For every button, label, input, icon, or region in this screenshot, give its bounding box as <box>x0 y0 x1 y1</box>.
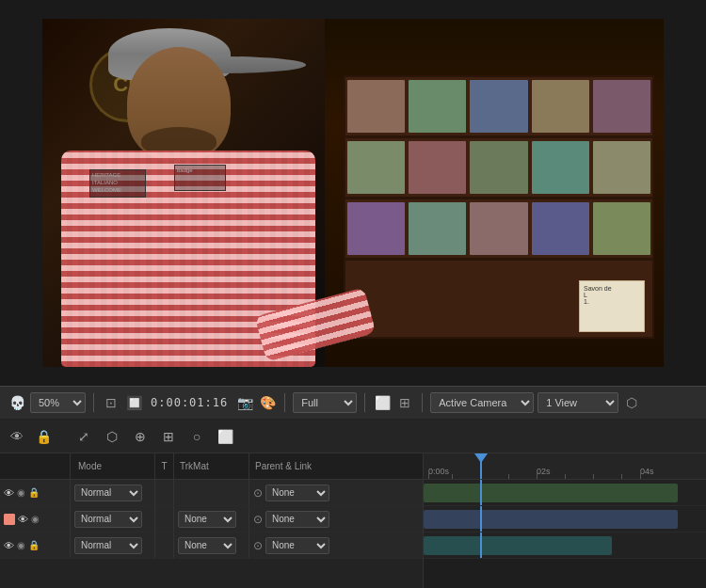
camera-dropdown[interactable]: Active Camera Camera 1 Top Front Left <box>430 392 534 413</box>
tl-left-controls: 👁 🔒 <box>6 425 67 448</box>
layer-2-trkmat-select[interactable]: None Alpha Luma <box>178 511 236 528</box>
tick-small-1 <box>452 474 453 479</box>
timecode-display[interactable]: 0:00:01:16 <box>151 396 228 409</box>
track-row-3 <box>424 532 706 559</box>
layer-1-mode-cell: Normal Multiply Screen Add <box>71 480 155 505</box>
track-bar-3[interactable] <box>424 536 612 555</box>
tl-adjustment-icon[interactable]: ⊞ <box>157 425 180 448</box>
shelf-item <box>409 202 466 255</box>
time-marker-0: 0:00s <box>428 467 449 476</box>
track-bar-2[interactable] <box>424 510 678 529</box>
layer-3-controls: 👁 ◉ 🔒 <box>0 532 71 558</box>
layer-2-t <box>155 506 174 532</box>
shelf-item <box>593 202 650 255</box>
separator-1 <box>93 393 94 412</box>
zoom-dropdown[interactable]: 50% 10% 25% 75% 100% <box>30 392 86 413</box>
track-panel: 0:00s 02s 04s <box>424 453 706 588</box>
layer-1-parent-select[interactable]: None <box>265 485 329 501</box>
layer-1-chain-icon[interactable]: ⊙ <box>253 486 263 500</box>
layer-3-trkmat-select[interactable]: None Alpha <box>178 537 236 554</box>
layer-1-t <box>155 480 174 505</box>
playhead[interactable] <box>480 453 482 479</box>
shirt-badge: HERITAGEITALIANOWELCOME <box>89 169 146 198</box>
layer-2-visibility[interactable]: 👁 <box>18 514 28 525</box>
tick-small-6 <box>621 474 622 479</box>
tl-transfer-icon[interactable]: ⤢ <box>72 425 95 448</box>
layer-3-parent-select[interactable]: None <box>265 537 329 554</box>
layer-1-mode-select[interactable]: Normal Multiply Screen Add <box>74 485 142 501</box>
layer-1-controls: 👁 ◉ 🔒 <box>0 480 71 505</box>
shelf-item <box>532 80 589 133</box>
shelf-item <box>532 202 589 255</box>
layer-2-parent: ⊙ None <box>249 506 362 532</box>
layer-3-chain-icon[interactable]: ⊙ <box>253 539 263 552</box>
layer-3-mode-cell: Normal Multiply Screen <box>71 532 155 558</box>
separator-2 <box>284 393 285 412</box>
resolution-icon[interactable]: ⬜ <box>373 393 392 412</box>
layer-3-trkmat-cell: None Alpha <box>174 532 249 558</box>
time-ruler: 0:00s 02s 04s <box>424 453 706 480</box>
shelf-background: Savon deL1. <box>325 19 664 367</box>
shelf-item <box>593 141 650 194</box>
layer-3-lock[interactable]: 🔒 <box>28 540 40 550</box>
render-icon[interactable]: ⬡ <box>622 393 641 412</box>
tl-lock-icon[interactable]: 🔒 <box>32 425 55 448</box>
tl-3d-icon[interactable]: ⬡ <box>101 425 123 448</box>
tl-null-icon[interactable]: ⊕ <box>129 425 152 448</box>
track-2-playhead <box>480 506 482 532</box>
layer-row-2: 👁 ◉ Normal Multiply Screen None Alpha L <box>0 506 423 532</box>
color-icon[interactable]: 🎨 <box>258 393 277 412</box>
layer-2-mode-select[interactable]: Normal Multiply Screen <box>74 511 142 528</box>
layer-2-checkbox[interactable] <box>4 514 15 525</box>
layer-3-visibility[interactable]: 👁 <box>4 540 14 551</box>
layer-3-parent: ⊙ None <box>249 532 362 558</box>
snapshot-icon[interactable]: 📷 <box>235 393 254 412</box>
layer-3-mode-select[interactable]: Normal Multiply Screen <box>74 537 142 554</box>
tl-shape-icon[interactable]: ○ <box>185 425 208 448</box>
quality-dropdown[interactable]: Full Half Third Quarter <box>293 392 357 413</box>
shelf-row-2 <box>345 138 652 199</box>
tick-2s <box>537 471 538 479</box>
timeline-toolbar: 👁 🔒 ⤢ ⬡ ⊕ ⊞ ○ ⬜ <box>0 420 706 453</box>
viewer-canvas: CF CF <box>42 19 664 367</box>
viewer-container: CF CF <box>0 0 706 386</box>
playhead-head <box>474 453 488 463</box>
tick-0 <box>428 471 429 479</box>
view-dropdown[interactable]: 1 View 2 Views Up 4 Views <box>538 392 618 413</box>
shelf-item <box>470 80 527 133</box>
shelf-item <box>409 80 466 133</box>
col-t-header: T <box>155 453 174 479</box>
layer-1-solo[interactable]: ◉ <box>17 487 25 498</box>
tl-eye-icon[interactable]: 👁 <box>6 425 28 448</box>
layer-1-lock[interactable]: 🔒 <box>28 487 40 498</box>
layer-2-mode-cell: Normal Multiply Screen <box>71 506 155 532</box>
crop-icon[interactable]: 🔲 <box>124 393 143 412</box>
layer-3-solo[interactable]: ◉ <box>17 540 25 550</box>
col-controls-header <box>0 453 71 479</box>
layer-2-parent-select[interactable]: None <box>265 511 329 528</box>
viewer-toolbar: 💀 50% 10% 25% 75% 100% ⊡ 🔲 0:00:01:16 📷 … <box>0 386 706 420</box>
timeline-area: 👁 🔒 ⤢ ⬡ ⊕ ⊞ ○ ⬜ Mode T TrkMat Parent & L… <box>0 420 706 588</box>
layer-2-solo[interactable]: ◉ <box>31 514 40 524</box>
tl-frame-icon[interactable]: ⬜ <box>214 425 236 448</box>
region-icon[interactable]: ⊡ <box>102 393 120 412</box>
layer-2-trkmat-cell: None Alpha Luma <box>174 506 249 532</box>
tick-4s <box>640 471 641 479</box>
shelf-item <box>470 202 527 255</box>
person-shirt: HERITAGEITALIANOWELCOME badge <box>61 151 315 367</box>
tick-small-5 <box>593 474 594 479</box>
composition-icon[interactable]: 💀 <box>8 393 26 412</box>
pixel-aspect-icon[interactable]: ⊞ <box>395 393 414 412</box>
layer-2-chain-icon[interactable]: ⊙ <box>253 513 263 526</box>
col-trkmat-header: TrkMat <box>174 453 249 479</box>
time-marker-2s: 02s <box>537 467 551 476</box>
shelf-sign: Savon deL1. <box>579 280 645 332</box>
layer-1-visibility[interactable]: 👁 <box>4 487 14 499</box>
time-marker-4s: 04s <box>640 467 654 476</box>
layer-1-trkmat <box>174 480 249 505</box>
tick-small-4 <box>565 474 566 479</box>
shelf-item <box>347 202 405 255</box>
track-bar-1[interactable] <box>424 484 678 502</box>
layer-panel: Mode T TrkMat Parent & Link 👁 ◉ 🔒 Normal… <box>0 453 424 588</box>
shelf-unit: Savon deL1. <box>344 75 654 339</box>
